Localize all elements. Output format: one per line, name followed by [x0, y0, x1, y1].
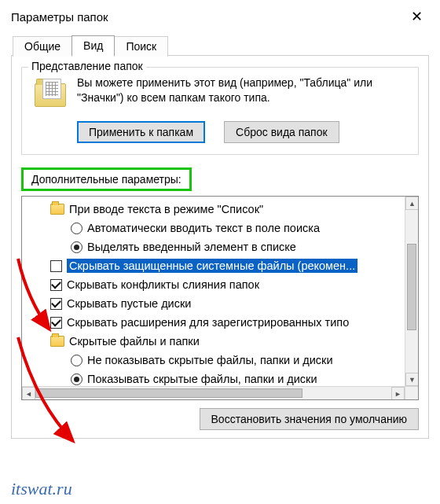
tree-item[interactable]: Скрывать защищенные системные файлы (рек…: [27, 256, 419, 275]
tree-item-label: Скрывать расширения для зарегистрированн…: [67, 316, 349, 329]
tree-item[interactable]: Автоматически вводить текст в поле поиск…: [27, 219, 419, 237]
radio-icon[interactable]: [71, 355, 82, 366]
close-icon[interactable]: ✕: [403, 6, 431, 27]
tab-bar: Общие Вид Поиск: [13, 35, 440, 55]
scroll-up-icon[interactable]: ▲: [405, 197, 419, 210]
tree-item-label: Скрывать конфликты слияния папок: [67, 278, 259, 291]
folder-view-legend: Представление папок: [28, 60, 146, 72]
folder-icon: [50, 204, 64, 215]
tree-item-label: Скрывать пустые диски: [67, 297, 191, 310]
scroll-left-icon[interactable]: ◄: [22, 387, 35, 400]
scroll-thumb-h[interactable]: [35, 388, 302, 398]
tree-item[interactable]: Не показывать скрытые файлы, папки и дис…: [27, 351, 419, 370]
tree-item[interactable]: Скрывать пустые диски: [27, 294, 419, 313]
tree-item-label: Выделять введенный элемент в списке: [87, 241, 296, 253]
scroll-right-icon[interactable]: ►: [391, 387, 405, 400]
tree-item-label: Показывать скрытые файлы, папки и диски: [87, 373, 317, 385]
tab-general[interactable]: Общие: [13, 36, 72, 57]
folder-icon: [50, 336, 64, 347]
tab-search[interactable]: Поиск: [114, 36, 168, 57]
scroll-thumb-v[interactable]: [407, 244, 416, 330]
tree-item-label: Не показывать скрытые файлы, папки и дис…: [87, 354, 333, 366]
radio-icon[interactable]: [71, 223, 82, 234]
watermark-text: itswat.ru: [11, 479, 72, 499]
radio-icon[interactable]: [71, 241, 82, 253]
checkbox-icon[interactable]: [50, 298, 62, 310]
tree-item-label: Автоматически вводить текст в поле поиск…: [87, 222, 320, 234]
tree-item-label: При вводе текста в режиме "Список": [69, 203, 263, 215]
tree-item[interactable]: Скрывать конфликты слияния папок: [27, 275, 419, 294]
tree-item[interactable]: Скрытые файлы и папки: [27, 332, 419, 351]
folder-view-group: Представление папок Вы можете применить …: [21, 67, 419, 155]
tree-item-label: Скрывать защищенные системные файлы (рек…: [67, 259, 358, 273]
scroll-down-icon[interactable]: ▼: [405, 373, 419, 386]
tree-item-label: Скрытые файлы и папки: [69, 335, 200, 348]
tab-view[interactable]: Вид: [72, 35, 115, 56]
tree-item[interactable]: Скрывать расширения для зарегистрированн…: [27, 313, 419, 332]
folder-view-desc: Вы можете применить этот вид (например, …: [77, 75, 409, 113]
radio-icon[interactable]: [71, 373, 82, 385]
advanced-settings-label: Дополнительные параметры:: [21, 167, 192, 191]
scrollbar-vertical[interactable]: ▲ ▼: [405, 197, 418, 386]
checkbox-icon[interactable]: [50, 260, 62, 272]
checkbox-icon[interactable]: [50, 317, 62, 329]
scrollbar-horizontal[interactable]: ◄ ►: [22, 386, 405, 399]
tab-panel-view: Представление папок Вы можете применить …: [11, 55, 429, 439]
apply-to-folders-button[interactable]: Применить к папкам: [77, 121, 205, 143]
tree-item[interactable]: Выделять введенный элемент в списке: [27, 237, 419, 256]
scroll-corner: [405, 386, 418, 399]
restore-defaults-button[interactable]: Восстановить значения по умолчанию: [200, 408, 419, 430]
tree-item[interactable]: При вводе текста в режиме "Список": [27, 200, 419, 219]
checkbox-icon[interactable]: [50, 279, 62, 291]
advanced-settings-tree[interactable]: При вводе текста в режиме "Список"Автома…: [21, 196, 419, 400]
folder-icon: [31, 75, 69, 113]
reset-folders-button[interactable]: Сброс вида папок: [224, 121, 339, 143]
window-title: Параметры папок: [11, 10, 108, 24]
